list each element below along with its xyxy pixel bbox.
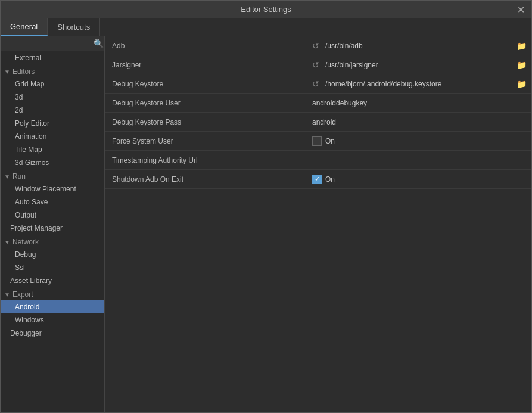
3d-label: 3d (15, 93, 23, 101)
debug-keystore-value: ↺ /home/bjorn/.android/debug.keystore 📁 (307, 77, 531, 91)
android-label: Android (15, 303, 39, 311)
sidebar-item-ssl[interactable]: Ssl (1, 261, 104, 274)
tab-general[interactable]: General (1, 18, 48, 36)
auto-save-label: Auto Save (15, 198, 48, 206)
search-bar: 🔍 (1, 36, 104, 51)
debug-label: Debug (15, 250, 36, 259)
debug-keystore-user-label: Debug Keystore User (105, 95, 307, 111)
sidebar-item-window-placement[interactable]: Window Placement (1, 182, 104, 195)
editor-settings-window: Editor Settings ✕ General Shortcuts 🔍 Ex… (0, 0, 532, 413)
sidebar-item-poly-editor[interactable]: Poly Editor (1, 117, 104, 130)
sidebar-item-grid-map[interactable]: Grid Map (1, 77, 104, 91)
table-row: Shutdown Adb On Exit On (105, 170, 531, 189)
adb-path: /usr/bin/adb (325, 42, 511, 50)
export-triangle: ▼ (4, 291, 10, 298)
shutdown-adb-checkbox[interactable] (312, 175, 322, 184)
force-system-user-on-label: On (325, 137, 335, 145)
window-placement-label: Window Placement (15, 185, 76, 193)
sidebar-item-output[interactable]: Output (1, 209, 104, 222)
sidebar-item-tile-map[interactable]: Tile Map (1, 143, 104, 156)
jarsigner-label: Jarsigner (105, 57, 307, 73)
table-row: Debug Keystore User androiddebugkey (105, 94, 531, 113)
shutdown-adb-label: Shutdown Adb On Exit (105, 172, 307, 187)
force-system-user-toggle: On (312, 136, 335, 146)
search-icon: 🔍 (94, 39, 104, 48)
sidebar-item-debugger[interactable]: Debugger (1, 327, 104, 340)
debug-keystore-path: /home/bjorn/.android/debug.keystore (325, 80, 511, 88)
sidebar-item-3d[interactable]: 3d (1, 91, 104, 104)
shutdown-adb-toggle: On (312, 175, 335, 184)
asset-library-label: Asset Library (10, 277, 52, 285)
grid-map-label: Grid Map (15, 80, 44, 88)
table-row: Force System User On (105, 132, 531, 151)
editors-triangle: ▼ (4, 69, 10, 75)
force-system-user-label: Force System User (105, 133, 307, 149)
force-system-user-value: On (307, 134, 531, 148)
close-button[interactable]: ✕ (515, 4, 527, 15)
force-system-user-checkbox[interactable] (312, 136, 322, 146)
network-label: Network (13, 238, 39, 246)
timestamping-url-label: Timestamping Authority Url (105, 153, 307, 168)
tile-map-label: Tile Map (15, 145, 42, 154)
debug-keystore-pass-label: Debug Keystore Pass (105, 114, 307, 130)
external-label: External (15, 54, 41, 62)
ssl-label: Ssl (15, 263, 25, 272)
content-area: Adb ↺ /usr/bin/adb 📁 Jarsigner ↺ /usr/bi… (105, 36, 531, 412)
adb-value: ↺ /usr/bin/adb 📁 (307, 39, 531, 53)
tab-shortcuts[interactable]: Shortcuts (48, 18, 100, 36)
table-row: Timestamping Authority Url (105, 151, 531, 170)
sidebar-item-animation[interactable]: Animation (1, 130, 104, 143)
run-triangle: ▼ (4, 173, 10, 180)
main-area: 🔍 External ▼ Editors Grid Map 3d 2d Poly… (1, 36, 531, 412)
sidebar-item-project-manager[interactable]: Project Manager (1, 222, 104, 235)
shutdown-adb-on-label: On (325, 175, 335, 184)
3d-gizmos-label: 3d Gizmos (15, 159, 49, 167)
jarsigner-path: /usr/bin/jarsigner (325, 61, 511, 69)
debug-keystore-user-text: androiddebugkey (312, 99, 367, 107)
shutdown-adb-value: On (307, 172, 531, 187)
sidebar-item-editors[interactable]: ▼ Editors (1, 64, 104, 77)
sidebar-item-run[interactable]: ▼ Run (1, 169, 104, 182)
project-manager-label: Project Manager (10, 224, 63, 232)
jarsigner-value: ↺ /usr/bin/jarsigner 📁 (307, 58, 531, 72)
network-triangle: ▼ (4, 239, 10, 246)
adb-reset-icon[interactable]: ↺ (312, 41, 319, 51)
export-label: Export (13, 290, 33, 299)
jarsigner-folder-icon[interactable]: 📁 (517, 60, 527, 70)
sidebar-item-2d[interactable]: 2d (1, 104, 104, 117)
debug-keystore-user-value: androiddebugkey (307, 97, 531, 110)
poly-editor-label: Poly Editor (15, 119, 49, 128)
sidebar-item-auto-save[interactable]: Auto Save (1, 195, 104, 209)
search-input[interactable] (4, 39, 94, 48)
sidebar-item-asset-library[interactable]: Asset Library (1, 274, 104, 287)
windows-label: Windows (15, 316, 44, 324)
table-row: Jarsigner ↺ /usr/bin/jarsigner 📁 (105, 55, 531, 74)
output-label: Output (15, 211, 36, 219)
tabs-bar: General Shortcuts (1, 18, 531, 36)
sidebar-item-debug[interactable]: Debug (1, 248, 104, 261)
table-row: Debug Keystore ↺ /home/bjorn/.android/de… (105, 74, 531, 94)
run-label: Run (13, 172, 26, 181)
title-bar: Editor Settings ✕ (1, 1, 531, 18)
table-row: Adb ↺ /usr/bin/adb 📁 (105, 36, 531, 55)
sidebar-item-export[interactable]: ▼ Export (1, 287, 104, 300)
window-title: Editor Settings (241, 5, 291, 14)
sidebar-item-3d-gizmos[interactable]: 3d Gizmos (1, 156, 104, 169)
sidebar-item-external[interactable]: External (1, 51, 104, 64)
debugger-label: Debugger (10, 329, 42, 337)
sidebar-item-android[interactable]: Android (1, 300, 104, 313)
adb-folder-icon[interactable]: 📁 (517, 41, 527, 51)
debug-keystore-reset-icon[interactable]: ↺ (312, 79, 319, 89)
sidebar-item-network[interactable]: ▼ Network (1, 235, 104, 248)
settings-table: Adb ↺ /usr/bin/adb 📁 Jarsigner ↺ /usr/bi… (105, 36, 531, 189)
editors-label: Editors (13, 67, 35, 76)
table-row: Debug Keystore Pass android (105, 113, 531, 132)
2d-label: 2d (15, 106, 23, 114)
debug-keystore-folder-icon[interactable]: 📁 (517, 79, 527, 89)
adb-label: Adb (105, 38, 307, 54)
sidebar-item-windows[interactable]: Windows (1, 313, 104, 327)
timestamping-url-value (307, 158, 531, 163)
debug-keystore-pass-value: android (307, 116, 531, 129)
debug-keystore-pass-text: android (312, 118, 336, 126)
jarsigner-reset-icon[interactable]: ↺ (312, 60, 319, 70)
